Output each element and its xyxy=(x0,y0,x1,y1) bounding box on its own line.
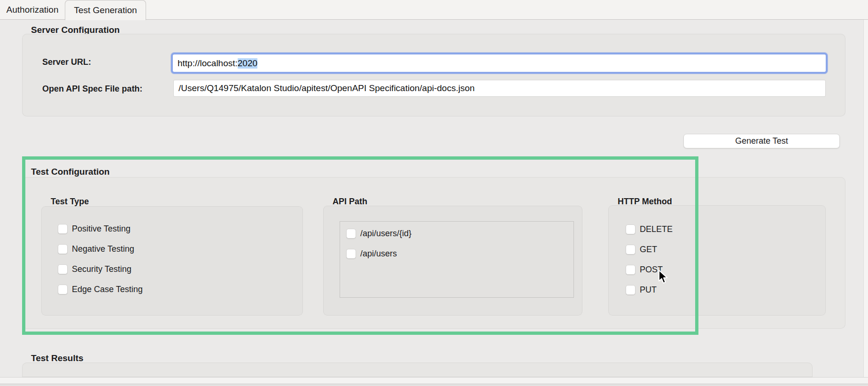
test-configuration-title: Test Configuration xyxy=(31,167,109,177)
security-testing-checkbox[interactable] xyxy=(58,264,68,274)
server-url-selected-text: 2020 xyxy=(238,58,257,69)
generate-test-button[interactable]: Generate Test xyxy=(683,134,840,148)
api-path-title: API Path xyxy=(333,197,367,207)
checkbox-label: GET xyxy=(640,245,657,255)
delete-method-checkbox[interactable] xyxy=(626,224,636,234)
checkbox-label: PUT xyxy=(640,285,657,295)
get-method-checkbox[interactable] xyxy=(626,245,636,255)
negative-testing-checkbox[interactable] xyxy=(58,244,68,254)
spec-path-value: /Users/Q14975/Katalon Studio/apitest/Ope… xyxy=(178,83,475,93)
checkbox-label: Security Testing xyxy=(72,264,132,274)
edge-case-testing-checkbox[interactable] xyxy=(58,285,68,294)
tab-authorization[interactable]: Authorization xyxy=(0,0,65,20)
checkbox-label: /api/users xyxy=(360,249,397,259)
server-configuration-panel xyxy=(22,34,845,116)
tab-bar: Authorization Test Generation xyxy=(0,0,868,20)
spec-path-label: Open API Spec File path: xyxy=(42,84,142,94)
window-bottom-edge xyxy=(0,384,868,386)
check-row: Edge Case Testing xyxy=(58,284,143,294)
test-type-title: Test Type xyxy=(51,197,89,207)
check-row: POST xyxy=(626,264,663,275)
checkbox-label: Negative Testing xyxy=(72,244,134,254)
server-url-label: Server URL: xyxy=(42,57,91,67)
checkbox-label: Positive Testing xyxy=(72,224,131,234)
checkbox-label: DELETE xyxy=(640,224,673,234)
spec-path-input[interactable]: /Users/Q14975/Katalon Studio/apitest/Ope… xyxy=(174,80,825,96)
check-row: /api/users/{id} xyxy=(346,228,411,239)
mouse-cursor-icon xyxy=(658,270,670,286)
api-users-id-checkbox[interactable] xyxy=(346,229,356,239)
app-window: Authorization Test Generation Server Con… xyxy=(0,0,868,386)
server-url-value: http://localhost: xyxy=(178,58,238,69)
post-method-checkbox[interactable] xyxy=(626,265,636,275)
http-method-panel xyxy=(608,205,826,316)
check-row: Negative Testing xyxy=(58,244,134,254)
scrollbar-track[interactable] xyxy=(863,20,868,377)
check-row: GET xyxy=(626,244,657,255)
check-row: Security Testing xyxy=(58,264,132,274)
test-results-panel xyxy=(22,363,813,377)
check-row: DELETE xyxy=(626,224,673,234)
api-users-checkbox[interactable] xyxy=(346,249,356,259)
check-row: PUT xyxy=(626,285,657,295)
tab-test-generation[interactable]: Test Generation xyxy=(65,0,146,20)
put-method-checkbox[interactable] xyxy=(626,285,636,295)
server-url-input[interactable]: http://localhost:2020 xyxy=(173,54,826,72)
test-type-panel xyxy=(41,206,303,316)
check-row: Positive Testing xyxy=(58,224,131,234)
positive-testing-checkbox[interactable] xyxy=(58,224,68,234)
checkbox-label: /api/users/{id} xyxy=(360,229,411,239)
checkbox-label: Edge Case Testing xyxy=(72,285,143,294)
check-row: /api/users xyxy=(346,248,397,259)
test-results-title: Test Results xyxy=(31,353,84,363)
bottom-bar xyxy=(0,377,868,384)
